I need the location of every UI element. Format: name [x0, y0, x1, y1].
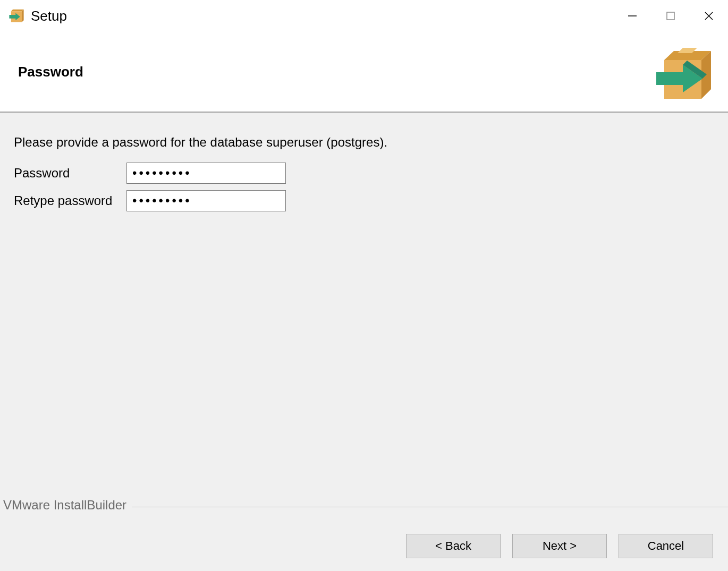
minimize-button[interactable]	[613, 0, 651, 32]
cancel-button[interactable]: Cancel	[619, 534, 713, 558]
wizard-body: Please provide a password for the databa…	[0, 113, 728, 571]
retype-password-input[interactable]	[126, 190, 286, 211]
retype-password-row: Retype password	[14, 190, 714, 211]
wizard-buttons: < Back Next > Cancel	[406, 534, 713, 558]
password-row: Password	[14, 163, 714, 184]
installer-brand: VMware InstallBuilder	[0, 498, 132, 513]
app-icon	[7, 6, 26, 26]
maximize-button	[651, 0, 690, 32]
window-controls	[613, 0, 728, 32]
instruction-text: Please provide a password for the databa…	[14, 135, 714, 150]
page-title: Password	[18, 64, 83, 80]
back-button[interactable]: < Back	[406, 534, 501, 558]
wizard-header: Password	[0, 32, 728, 112]
close-button[interactable]	[690, 0, 728, 32]
password-label: Password	[14, 166, 120, 181]
password-input[interactable]	[126, 163, 286, 184]
svg-marker-0	[11, 10, 24, 11]
svg-rect-5	[667, 12, 674, 20]
svg-marker-2	[22, 10, 23, 22]
window-title: Setup	[31, 8, 67, 24]
footer-separator: VMware InstallBuilder	[0, 499, 728, 512]
next-button[interactable]: Next >	[512, 534, 607, 558]
titlebar: Setup	[0, 0, 728, 32]
retype-password-label: Retype password	[14, 193, 120, 208]
installer-box-icon	[654, 41, 717, 107]
